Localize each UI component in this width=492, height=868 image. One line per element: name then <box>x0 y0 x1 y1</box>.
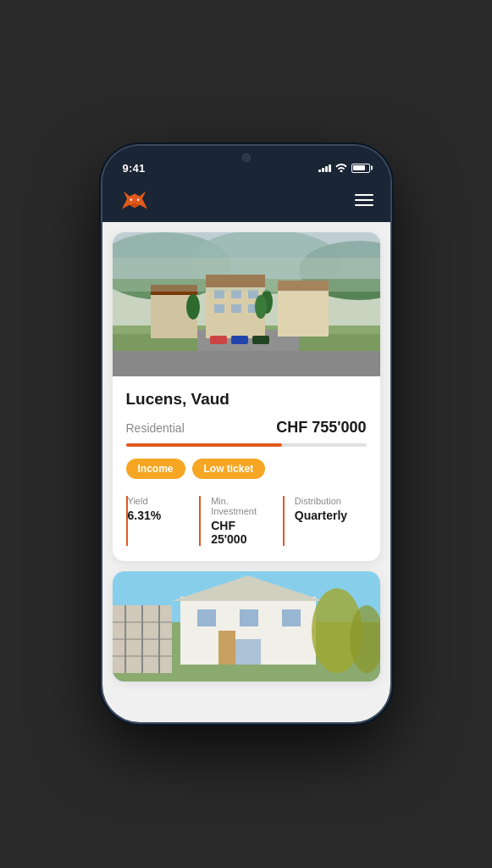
app-logo <box>119 188 150 212</box>
property-meta-row: Residential CHF 755'000 <box>126 419 367 437</box>
property-stats: Yield 6.31% Min. Investment CHF 25'000 D… <box>126 492 367 554</box>
distribution-value: Quarterly <box>295 509 357 522</box>
property-type: Residential <box>126 421 185 435</box>
property-title-1: Lucens, Vaud <box>126 390 367 409</box>
property-image-1 <box>113 232 380 376</box>
property-tags: Income Low ticket <box>126 459 367 479</box>
svg-rect-15 <box>278 287 329 337</box>
battery-icon <box>351 164 370 173</box>
property-price: CHF 755'000 <box>276 419 366 437</box>
signal-bar-3 <box>325 166 328 172</box>
svg-rect-29 <box>113 258 380 292</box>
main-content[interactable]: Lucens, Vaud Residential CHF 755'000 Inc… <box>102 222 390 722</box>
hamburger-line-1 <box>355 194 373 196</box>
stat-min-investment: Min. Investment CHF 25'000 <box>199 496 283 546</box>
funding-progress-fill <box>126 443 283 447</box>
phone-frame: 9:41 <box>102 146 390 722</box>
battery-fill <box>353 165 365 170</box>
signal-bar-4 <box>329 164 331 172</box>
svg-rect-10 <box>113 351 380 376</box>
svg-point-1 <box>137 199 139 201</box>
svg-rect-35 <box>240 609 258 626</box>
hamburger-menu-button[interactable] <box>355 194 373 206</box>
wifi-icon <box>335 163 347 174</box>
min-investment-label: Min. Investment <box>211 496 273 516</box>
signal-bars-icon <box>318 164 331 172</box>
hamburger-line-3 <box>355 204 373 206</box>
svg-point-25 <box>255 295 267 319</box>
svg-rect-28 <box>252 336 269 344</box>
svg-point-0 <box>130 199 131 201</box>
status-icons <box>318 163 370 174</box>
signal-bar-1 <box>318 170 321 172</box>
yield-label: Yield <box>128 496 190 506</box>
hamburger-line-2 <box>355 199 373 201</box>
yield-value: 6.31% <box>128 509 190 522</box>
phone-camera <box>242 153 251 162</box>
svg-rect-34 <box>197 609 216 626</box>
svg-rect-37 <box>218 631 235 665</box>
property-info-1: Lucens, Vaud Residential CHF 755'000 Inc… <box>113 376 380 561</box>
property-image-2 <box>113 571 380 682</box>
svg-rect-26 <box>210 336 227 344</box>
distribution-label: Distribution <box>295 496 357 506</box>
funding-progress-bar <box>126 443 367 447</box>
tag-low-ticket: Low ticket <box>192 459 266 479</box>
app-header <box>102 183 390 222</box>
min-investment-value: CHF 25'000 <box>211 519 273 546</box>
svg-rect-36 <box>282 609 301 626</box>
svg-rect-21 <box>231 304 241 313</box>
svg-rect-38 <box>235 639 261 665</box>
tag-income: Income <box>126 459 185 479</box>
svg-rect-27 <box>231 336 248 344</box>
stat-distribution: Distribution Quarterly <box>283 496 367 546</box>
signal-bar-2 <box>322 168 324 172</box>
svg-rect-20 <box>214 304 224 313</box>
svg-point-23 <box>186 294 200 320</box>
status-time: 9:41 <box>123 162 146 175</box>
property-card-1[interactable]: Lucens, Vaud Residential CHF 755'000 Inc… <box>113 232 380 561</box>
property-card-2[interactable] <box>113 571 380 682</box>
stat-yield: Yield 6.31% <box>126 496 200 546</box>
